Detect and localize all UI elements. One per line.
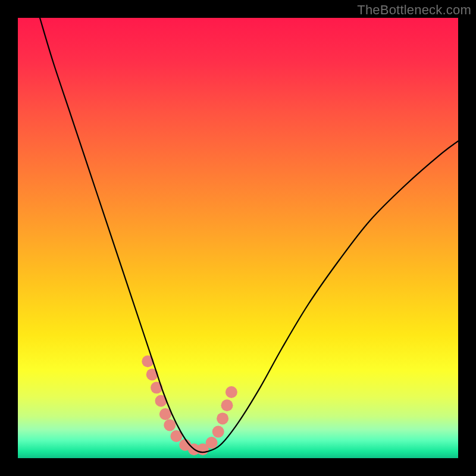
watermark-text: TheBottleneck.com	[357, 2, 471, 18]
plot-background	[18, 18, 458, 458]
highlight-bead	[212, 426, 224, 438]
highlight-bead	[221, 399, 233, 411]
highlight-bead	[164, 419, 176, 431]
bottleneck-chart-svg	[0, 0, 476, 476]
highlight-bead	[217, 412, 228, 424]
highlight-bead	[206, 437, 218, 449]
highlight-bead	[226, 386, 237, 398]
chart-frame: TheBottleneck.com	[0, 0, 476, 476]
